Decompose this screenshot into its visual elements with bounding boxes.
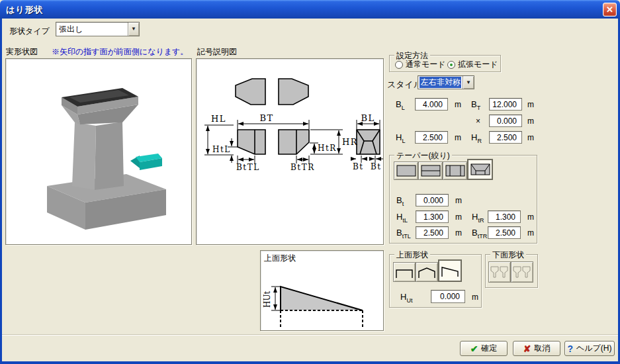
window-title: はり形状 bbox=[6, 4, 44, 16]
radio-icon[interactable] bbox=[395, 61, 403, 69]
beam-shape-dialog: はり形状 ✕ 形状タイプ 張出し ▼ 実形状図 ※矢印の指す面が前面側になります… bbox=[0, 0, 620, 364]
unit-HR: m bbox=[527, 133, 534, 142]
bottom-shape-group: 下面形状 bbox=[485, 254, 538, 288]
input-Bt[interactable] bbox=[416, 194, 449, 206]
taper-vertical-icon bbox=[444, 163, 466, 179]
top-shape-peak-button[interactable] bbox=[416, 262, 438, 282]
field-label-BtTL: BtTL bbox=[396, 228, 411, 240]
plan-shape-panel: 上面形状 HUt bbox=[260, 250, 384, 331]
style-value: 左右非対称 bbox=[420, 77, 461, 88]
front-face-arrow-icon bbox=[130, 154, 162, 170]
window-frame-bottom bbox=[0, 361, 620, 364]
titlebar[interactable]: はり形状 ✕ bbox=[0, 0, 620, 19]
svg-text:BtTR: BtTR bbox=[290, 163, 315, 172]
radio-extended-mode[interactable]: 拡張モード bbox=[447, 59, 498, 70]
question-icon: ? bbox=[567, 343, 573, 354]
symbol-diagram: HL BT BL HtL BtTL HtR BtTR HR Bt Bt bbox=[197, 59, 383, 244]
svg-text:HtR: HtR bbox=[318, 144, 337, 153]
unit-BT: m bbox=[527, 100, 534, 109]
input-x[interactable] bbox=[489, 114, 522, 127]
input-HtR[interactable] bbox=[488, 210, 521, 223]
unit-HUt: m bbox=[472, 293, 478, 302]
unit-HtR: m bbox=[527, 212, 534, 222]
unit-x: m bbox=[527, 116, 534, 126]
svg-text:HL: HL bbox=[211, 114, 226, 124]
button-bar-divider bbox=[2, 334, 618, 336]
bottom-shape-label: 下面形状 bbox=[490, 250, 526, 261]
taper-horizontal-icon bbox=[420, 163, 442, 179]
chevron-down-icon[interactable]: ▼ bbox=[463, 76, 474, 89]
svg-text:BT: BT bbox=[259, 113, 273, 123]
radio-selected-icon[interactable] bbox=[447, 61, 455, 69]
input-BtTL[interactable] bbox=[416, 226, 449, 239]
real-view-label: 実形状図 bbox=[6, 46, 38, 58]
field-label-BtTR: BtTR bbox=[472, 228, 487, 240]
top-shape-slope-button[interactable] bbox=[438, 259, 462, 282]
field-label-HtL: HtL bbox=[396, 212, 408, 224]
unit-HtL: m bbox=[455, 212, 462, 222]
pier-3d-drawing bbox=[6, 59, 191, 244]
cancel-button[interactable]: ✘ 取消 bbox=[513, 341, 560, 356]
input-HUt[interactable] bbox=[431, 290, 465, 303]
close-icon[interactable]: ✕ bbox=[603, 3, 617, 17]
top-shape-slope-icon bbox=[439, 262, 461, 279]
taper-horizontal-button[interactable] bbox=[418, 161, 443, 180]
unit-BL: m bbox=[455, 100, 461, 109]
bottom-shape-icon-2 bbox=[512, 264, 532, 280]
symbol-view-label: 記号説明図 bbox=[197, 46, 237, 58]
svg-text:Bt: Bt bbox=[371, 162, 382, 171]
radio-normal-mode[interactable]: 通常モード bbox=[395, 59, 446, 70]
field-label-HtR: HtR bbox=[472, 212, 484, 224]
field-label-x: × bbox=[476, 116, 480, 126]
taper-group-label: テーパー(絞り) bbox=[394, 150, 452, 161]
unit-BtTR: m bbox=[527, 228, 534, 238]
taper-group: テーパー(絞り) Bt m HtL m HtR m BtTL m BtTR m bbox=[389, 155, 537, 244]
chevron-down-icon[interactable]: ▼ bbox=[128, 23, 139, 36]
confirm-button[interactable]: ✔ 確定 bbox=[460, 341, 508, 356]
field-label-HL: HL bbox=[396, 132, 405, 144]
svg-text:HUt: HUt bbox=[263, 291, 272, 308]
check-icon: ✔ bbox=[470, 343, 478, 354]
bottom-shape-icon-1 bbox=[490, 264, 509, 280]
input-HtL[interactable] bbox=[416, 210, 449, 223]
shape-type-dropdown[interactable]: 張出し ▼ bbox=[56, 22, 140, 36]
input-BT[interactable] bbox=[489, 98, 522, 111]
top-shape-label: 上面形状 bbox=[394, 250, 430, 261]
taper-vertical-button[interactable] bbox=[443, 161, 467, 180]
bottom-shape-button-1 bbox=[488, 261, 511, 283]
field-label-BT: BT bbox=[471, 99, 480, 111]
window-frame-left bbox=[0, 19, 2, 364]
svg-text:HtL: HtL bbox=[212, 145, 231, 154]
top-shape-flat-button[interactable] bbox=[393, 262, 416, 282]
symbol-diagram-panel: HL BT BL HtL BtTL HtR BtTR HR Bt Bt bbox=[196, 58, 384, 245]
top-shape-flat-icon bbox=[394, 263, 415, 281]
unit-Bt: m bbox=[455, 196, 462, 205]
taper-both-icon bbox=[469, 161, 492, 177]
field-label-HUt: HUt bbox=[400, 292, 412, 304]
field-label-Bt: Bt bbox=[396, 195, 404, 207]
taper-both-button[interactable] bbox=[467, 159, 493, 180]
svg-text:BtTL: BtTL bbox=[236, 163, 260, 172]
unit-HL: m bbox=[455, 133, 461, 142]
plan-shape-label: 上面形状 bbox=[264, 253, 296, 264]
input-HR[interactable] bbox=[489, 131, 522, 144]
shape-type-label: 形状タイプ bbox=[9, 26, 50, 37]
real-view-3d-panel bbox=[5, 58, 192, 245]
input-BtTR[interactable] bbox=[488, 226, 521, 239]
cross-icon: ✘ bbox=[523, 343, 531, 354]
svg-text:Bt: Bt bbox=[353, 162, 364, 171]
help-button[interactable]: ? ヘルプ(H) bbox=[564, 341, 615, 356]
bottom-shape-button-2 bbox=[511, 261, 533, 283]
field-label-HR: HR bbox=[471, 132, 482, 144]
style-dropdown[interactable]: 左右非対称 ▼ bbox=[418, 75, 474, 89]
taper-none-button[interactable] bbox=[394, 161, 418, 180]
setting-method-group: 設定方法 通常モード 拡張モード bbox=[389, 55, 501, 72]
top-shape-peak-icon bbox=[416, 263, 437, 281]
unit-BtTL: m bbox=[455, 228, 462, 238]
input-HL[interactable] bbox=[415, 131, 448, 144]
input-BL[interactable] bbox=[415, 98, 448, 111]
taper-none-icon bbox=[395, 163, 418, 179]
field-label-BL: BL bbox=[396, 99, 405, 111]
real-view-note: ※矢印の指す面が前面側になります。 bbox=[52, 46, 188, 58]
top-shape-group: 上面形状 HUt m bbox=[389, 254, 482, 308]
